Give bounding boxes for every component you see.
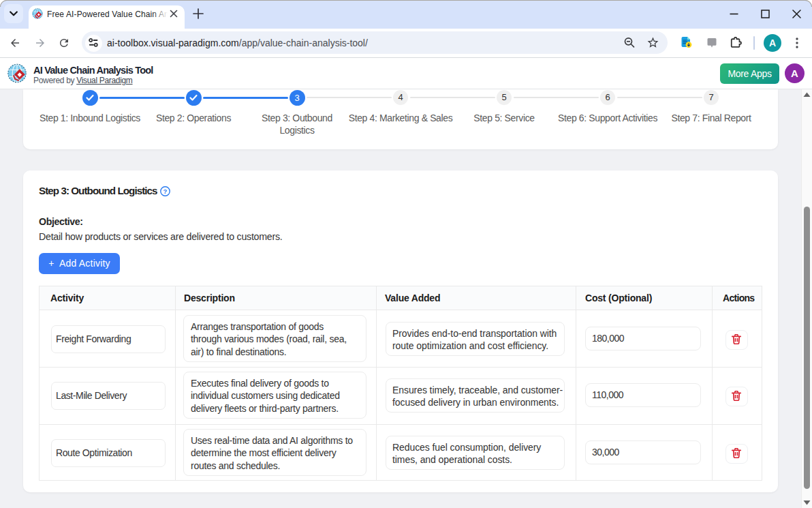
svg-text:?: ? (163, 188, 168, 195)
